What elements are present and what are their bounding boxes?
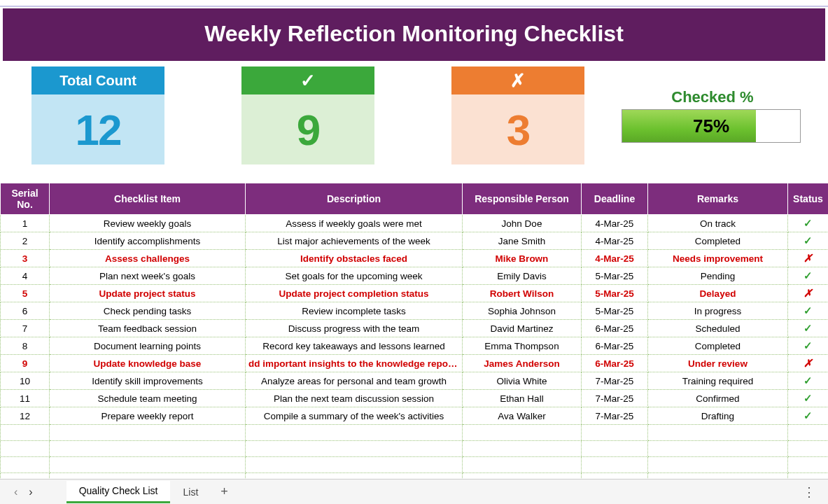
cell-item[interactable]: Document learning points [50, 337, 246, 355]
table-row[interactable]: 9Update knowledge basedd important insig… [1, 355, 829, 372]
cell-deadline[interactable]: 4-Mar-25 [582, 250, 648, 267]
cell-status[interactable]: ✓ [788, 215, 829, 232]
cell-remarks[interactable]: Needs improvement [648, 250, 788, 267]
cell-deadline[interactable]: 6-Mar-25 [582, 337, 648, 355]
table-row[interactable]: 4Plan next week's goalsSet goals for the… [1, 267, 829, 285]
sheet-menu-icon[interactable]: ⋮ [803, 484, 817, 500]
table-row-empty[interactable] [1, 425, 829, 441]
cell-person[interactable]: James Anderson [463, 355, 582, 372]
cell-deadline[interactable]: 5-Mar-25 [582, 302, 648, 320]
cell-status[interactable]: ✓ [788, 267, 829, 285]
cell-item[interactable]: Review weekly goals [50, 215, 246, 232]
cell-desc[interactable]: Record key takeaways and lessons learned [246, 337, 463, 355]
cell-item[interactable]: Identify accomplishments [50, 232, 246, 250]
cell-desc[interactable]: List major achievements of the week [246, 232, 463, 250]
cell-item[interactable]: Check pending tasks [50, 302, 246, 320]
cell-serial[interactable]: 12 [1, 407, 50, 425]
cell-item[interactable]: Schedule team meeting [50, 390, 246, 407]
table-row[interactable]: 2Identify accomplishmentsList major achi… [1, 232, 829, 250]
cell-desc[interactable]: Update project completion status [246, 285, 463, 302]
cell-item[interactable]: Update knowledge base [50, 355, 246, 372]
cell-person[interactable]: Emily Davis [463, 267, 582, 285]
cell-remarks[interactable]: Completed [648, 337, 788, 355]
cell-person[interactable]: Olivia White [463, 372, 582, 390]
cell-deadline[interactable]: 7-Mar-25 [582, 407, 648, 425]
col-status[interactable]: Status [788, 183, 829, 215]
cell-serial[interactable]: 6 [1, 302, 50, 320]
table-row-empty[interactable] [1, 457, 829, 473]
table-row[interactable]: 6Check pending tasksReview incomplete ta… [1, 302, 829, 320]
sheet-nav-next[interactable]: › [23, 486, 38, 498]
cell-deadline[interactable]: 5-Mar-25 [582, 267, 648, 285]
cell-deadline[interactable]: 5-Mar-25 [582, 285, 648, 302]
col-desc[interactable]: Description [246, 183, 463, 215]
table-row[interactable]: 3Assess challengesIdentify obstacles fac… [1, 250, 829, 267]
col-remarks[interactable]: Remarks [648, 183, 788, 215]
cell-remarks[interactable]: On track [648, 215, 788, 232]
cell-desc[interactable]: Discuss progress with the team [246, 320, 463, 337]
cell-person[interactable]: Jane Smith [463, 232, 582, 250]
cell-remarks[interactable]: Under review [648, 355, 788, 372]
cell-status[interactable]: ✗ [788, 355, 829, 372]
cell-desc[interactable]: Assess if weekly goals were met [246, 215, 463, 232]
cell-item[interactable]: Prepare weekly report [50, 407, 246, 425]
cell-status[interactable]: ✓ [788, 337, 829, 355]
table-row[interactable]: 12Prepare weekly reportCompile a summary… [1, 407, 829, 425]
cell-status[interactable]: ✓ [788, 407, 829, 425]
cell-remarks[interactable]: Drafting [648, 407, 788, 425]
cell-item[interactable]: Update project status [50, 285, 246, 302]
cell-status[interactable]: ✓ [788, 302, 829, 320]
cell-serial[interactable]: 7 [1, 320, 50, 337]
cell-serial[interactable]: 9 [1, 355, 50, 372]
cell-person[interactable]: Emma Thompson [463, 337, 582, 355]
cell-desc[interactable]: Compile a summary of the week's activiti… [246, 407, 463, 425]
table-row[interactable]: 8Document learning pointsRecord key take… [1, 337, 829, 355]
cell-remarks[interactable]: In progress [648, 302, 788, 320]
table-row-empty[interactable] [1, 441, 829, 457]
cell-status[interactable]: ✓ [788, 372, 829, 390]
col-item[interactable]: Checklist Item [50, 183, 246, 215]
cell-item[interactable]: Team feedback session [50, 320, 246, 337]
tab-quality-check-list[interactable]: Quality Check List [66, 481, 171, 503]
cell-serial[interactable]: 5 [1, 285, 50, 302]
cell-status[interactable]: ✓ [788, 390, 829, 407]
cell-person[interactable]: Ethan Hall [463, 390, 582, 407]
cell-person[interactable]: Mike Brown [463, 250, 582, 267]
cell-remarks[interactable]: Pending [648, 267, 788, 285]
cell-person[interactable]: David Martinez [463, 320, 582, 337]
cell-desc[interactable]: Plan the next team discussion session [246, 390, 463, 407]
cell-deadline[interactable]: 7-Mar-25 [582, 390, 648, 407]
cell-serial[interactable]: 2 [1, 232, 50, 250]
cell-deadline[interactable]: 4-Mar-25 [582, 215, 648, 232]
cell-person[interactable]: Robert Wilson [463, 285, 582, 302]
cell-remarks[interactable]: Training required [648, 372, 788, 390]
cell-serial[interactable]: 3 [1, 250, 50, 267]
cell-desc[interactable]: Analyze areas for personal and team grow… [246, 372, 463, 390]
cell-status[interactable]: ✗ [788, 285, 829, 302]
table-row[interactable]: 1Review weekly goalsAssess if weekly goa… [1, 215, 829, 232]
cell-desc[interactable]: dd important insights to the knowledge r… [246, 355, 463, 372]
cell-person[interactable]: John Doe [463, 215, 582, 232]
add-sheet-button[interactable]: + [211, 484, 238, 499]
cell-person[interactable]: Ava Walker [463, 407, 582, 425]
tab-list[interactable]: List [170, 481, 211, 503]
cell-remarks[interactable]: Delayed [648, 285, 788, 302]
col-serial[interactable]: Serial No. [1, 183, 50, 215]
table-row[interactable]: 7Team feedback sessionDiscuss progress w… [1, 320, 829, 337]
cell-serial[interactable]: 11 [1, 390, 50, 407]
cell-status[interactable]: ✓ [788, 320, 829, 337]
cell-deadline[interactable]: 7-Mar-25 [582, 372, 648, 390]
cell-serial[interactable]: 1 [1, 215, 50, 232]
cell-serial[interactable]: 4 [1, 267, 50, 285]
col-deadline[interactable]: Deadline [582, 183, 648, 215]
cell-person[interactable]: Sophia Johnson [463, 302, 582, 320]
cell-remarks[interactable]: Scheduled [648, 320, 788, 337]
cell-serial[interactable]: 8 [1, 337, 50, 355]
cell-serial[interactable]: 10 [1, 372, 50, 390]
cell-deadline[interactable]: 6-Mar-25 [582, 320, 648, 337]
cell-deadline[interactable]: 6-Mar-25 [582, 355, 648, 372]
table-row[interactable]: 11Schedule team meetingPlan the next tea… [1, 390, 829, 407]
cell-item[interactable]: Assess challenges [50, 250, 246, 267]
cell-item[interactable]: Plan next week's goals [50, 267, 246, 285]
cell-item[interactable]: Identify skill improvements [50, 372, 246, 390]
